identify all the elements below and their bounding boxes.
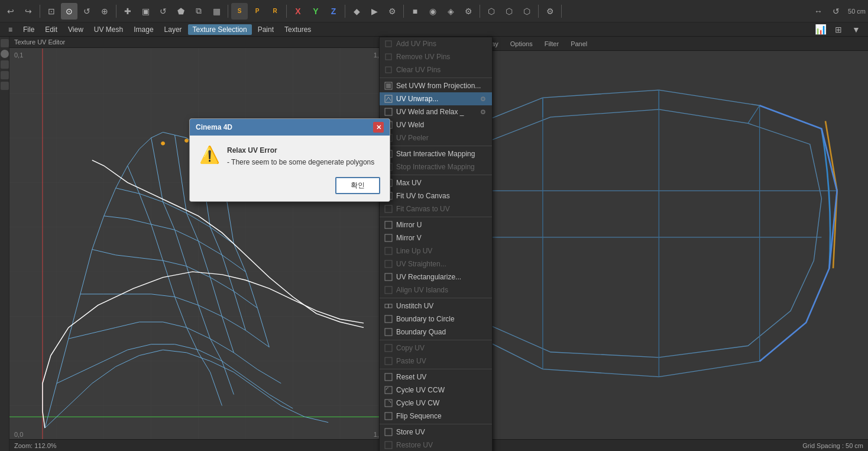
modal-titlebar: Cinema 4D ✕ xyxy=(190,119,390,136)
modal-footer: 확인 xyxy=(190,172,390,201)
modal-text: Relax UV Error - There seem to be some d… xyxy=(227,145,380,167)
modal-error-title: Relax UV Error xyxy=(227,145,380,156)
modal-close-button[interactable]: ✕ xyxy=(373,122,384,133)
modal-title: Cinema 4D xyxy=(196,123,232,131)
modal-dialog: Cinema 4D ✕ ⚠️ Relax UV Error - There se… xyxy=(189,118,390,202)
modal-warning-icon: ⚠️ xyxy=(199,145,220,165)
modal-error-message: - There seem to be some degenerate polyg… xyxy=(227,157,380,167)
modal-confirm-button[interactable]: 확인 xyxy=(335,177,380,194)
modal-overlay: Cinema 4D ✕ ⚠️ Relax UV Error - There se… xyxy=(0,0,868,451)
main-layout: Texture UV Editor xyxy=(0,37,868,451)
modal-body: ⚠️ Relax UV Error - There seem to be som… xyxy=(190,136,390,172)
